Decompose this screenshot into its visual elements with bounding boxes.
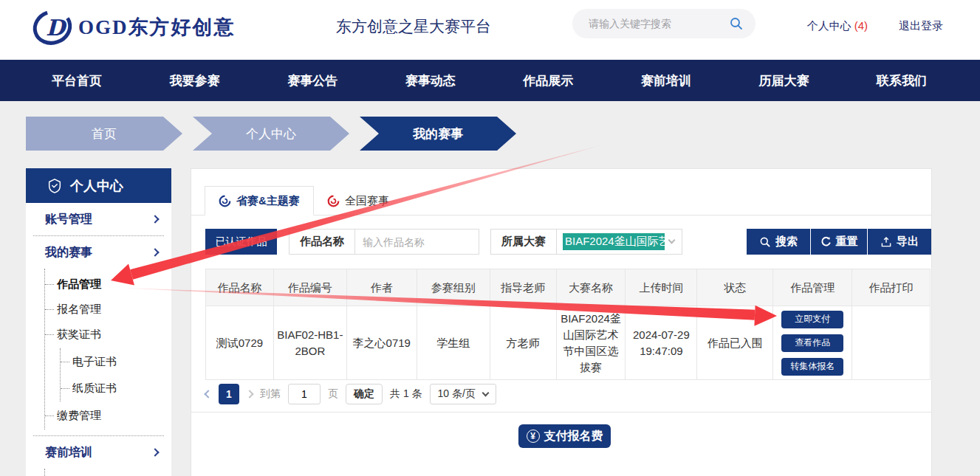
divider [191,412,931,413]
search-icon[interactable] [729,16,744,31]
col-upload-time: 上传时间 [626,269,697,306]
search-input[interactable] [589,18,729,30]
sidebar: 个人中心 账号管理 我的赛事 作品管理 报名管理 获奖证书 电子证书 纸质证书 … [26,168,171,476]
tab-national[interactable]: 全国赛事 [314,186,402,215]
sidebar-item-my-events[interactable]: 我的赛事 [26,236,171,269]
col-work-management: 作品管理 [773,269,852,306]
certified-works-button[interactable]: 已认证作品 [205,229,277,255]
cell-author: 李之心0719 [347,306,417,380]
chevron-right-icon [151,215,159,223]
sidebar-item-work-management[interactable]: 作品管理 [45,272,171,297]
tab-bar: 省赛&主题赛 全国赛事 [191,186,931,215]
pay-now-button[interactable]: 立即支付 [781,311,843,328]
view-work-button[interactable]: 查看作品 [781,334,843,352]
yen-icon: ¥ [527,430,540,443]
table-header-row: 作品名称 作品编号 作者 参赛组别 指导老师 大赛名称 上传时间 状态 作品管理… [206,269,931,306]
works-table: 作品名称 作品编号 作者 参赛组别 指导老师 大赛名称 上传时间 状态 作品管理… [205,269,931,380]
col-work-name: 作品名称 [206,269,274,306]
cell-work-name: 测试0729 [206,306,274,380]
page-title: 东方创意之星大赛平台 [336,16,491,37]
nav-item-home[interactable]: 平台首页 [52,72,102,89]
search-button[interactable]: 搜索 [747,229,810,255]
contest-label: 所属大赛 [490,229,557,255]
header-search[interactable] [572,9,755,38]
breadcrumb-home[interactable]: 首页 [26,117,182,151]
goto-page-input[interactable] [288,384,321,404]
sidebar-header: 个人中心 [26,168,171,203]
page: D OGD东方好创意 东方创意之星大赛平台 个人中心(4) 退出登录 平台首页 … [0,0,980,476]
logout-link[interactable]: 退出登录 [899,19,943,33]
sidebar-title: 个人中心 [70,177,123,195]
work-name-input[interactable] [355,229,479,255]
chevron-right-icon [151,248,159,256]
sidebar-item-registration-management[interactable]: 报名管理 [45,297,171,322]
sidebar-subtree: 作品管理 报名管理 获奖证书 电子证书 纸质证书 缴费管理 [44,269,171,430]
site-logo[interactable]: D OGD东方好创意 [31,7,236,47]
breadcrumb-user-center[interactable]: 个人中心 [193,117,349,151]
tab-provincial-theme[interactable]: 省赛&主题赛 [205,186,314,215]
col-author: 作者 [347,269,417,306]
filter-buttons: 搜索 重置 导出 [747,229,931,255]
col-teacher: 指导老师 [490,269,557,306]
pagination: 1 到第 页 确定 共 1 条 10 条/页 [205,383,496,405]
export-button[interactable]: 导出 [868,229,931,255]
nav-item-news[interactable]: 赛事动态 [405,72,456,89]
confirm-button[interactable]: 确定 [346,384,383,404]
sidebar-item-award-certificates[interactable]: 获奖证书 [45,322,171,347]
work-name-label: 作品名称 [289,229,355,255]
per-page-select[interactable]: 10 条/页 [430,384,496,404]
caret-down-icon [668,237,676,244]
col-work-print: 作品打印 [852,269,931,306]
sidebar-item-activity-registration[interactable]: 活动报名 [45,472,171,476]
caret-down-icon [482,389,489,396]
export-icon [880,236,892,248]
refresh-icon [820,236,832,247]
filter-row: 已认证作品 作品名称 所属大赛 BIAF2024釜山国际艺 搜 [191,229,931,255]
next-page-icon[interactable] [245,390,253,398]
header: D OGD东方好创意 东方创意之星大赛平台 个人中心(4) 退出登录 [0,0,980,60]
nav-item-works[interactable]: 作品展示 [523,72,573,89]
cell-status: 作品已入围 [697,306,773,380]
col-group: 参赛组别 [417,269,490,306]
col-work-code: 作品编号 [274,269,347,306]
cell-teacher: 方老师 [490,306,557,380]
swirl-blue-icon [219,195,231,207]
logo-swirl-icon: D [31,7,74,47]
col-status: 状态 [697,269,773,306]
cell-upload-time: 2024-07-29 19:47:09 [626,306,697,380]
sidebar-item-payment-management[interactable]: 缴费管理 [45,403,171,428]
nav-item-enter[interactable]: 我要参赛 [170,72,220,89]
table-row: 测试0729 BIAF02-HB1-2BOR 李之心0719 学生组 方老师 B… [206,306,931,380]
goto-label: 到第 [260,387,281,401]
nav-item-past[interactable]: 历届大赛 [758,72,809,89]
logo-text: OGD东方好创意 [78,14,236,41]
pay-registration-fee-button[interactable]: ¥ 支付报名费 [518,424,611,448]
swirl-red-icon [327,195,340,207]
total-count: 共 1 条 [390,387,422,401]
page-number[interactable]: 1 [219,384,239,404]
work-name-filter: 作品名称 [289,229,479,255]
sidebar-item-pre-training[interactable]: 赛前培训 [26,436,171,469]
sidebar-item-paper-certificate[interactable]: 纸质证书 [61,375,171,401]
breadcrumb-my-events[interactable]: 我的赛事 [360,117,516,151]
reset-button[interactable]: 重置 [811,229,867,255]
main-nav: 平台首页 我要参赛 赛事公告 赛事动态 作品展示 赛前培训 历届大赛 联系我们 [0,60,980,101]
contest-select[interactable]: BIAF2024釜山国际艺 [557,229,682,255]
sidebar-item-account[interactable]: 账号管理 [26,203,171,235]
cell-work-print [852,306,931,380]
prev-page-icon[interactable] [204,390,212,398]
nav-item-announcements[interactable]: 赛事公告 [287,72,337,89]
contest-filter: 所属大赛 BIAF2024釜山国际艺 [490,229,682,255]
cell-group: 学生组 [417,306,490,380]
nav-item-contact[interactable]: 联系我们 [877,72,927,89]
user-center-link[interactable]: 个人中心(4) [807,19,868,33]
sidebar-cert-subtree: 电子证书 纸质证书 [60,348,171,401]
search-icon [759,236,771,248]
contest-selected-value: BIAF2024釜山国际艺 [563,233,665,250]
cell-contest: BIAF2024釜山国际艺术节中国区选拔赛 [557,306,626,380]
cell-actions: 立即支付 查看作品 转集体报名 [773,306,852,380]
sidebar-item-e-certificate[interactable]: 电子证书 [61,348,171,375]
nav-item-training[interactable]: 赛前培训 [641,72,691,89]
group-registration-button[interactable]: 转集体报名 [781,358,843,376]
sidebar-training-subtree: 活动报名 [44,469,171,476]
